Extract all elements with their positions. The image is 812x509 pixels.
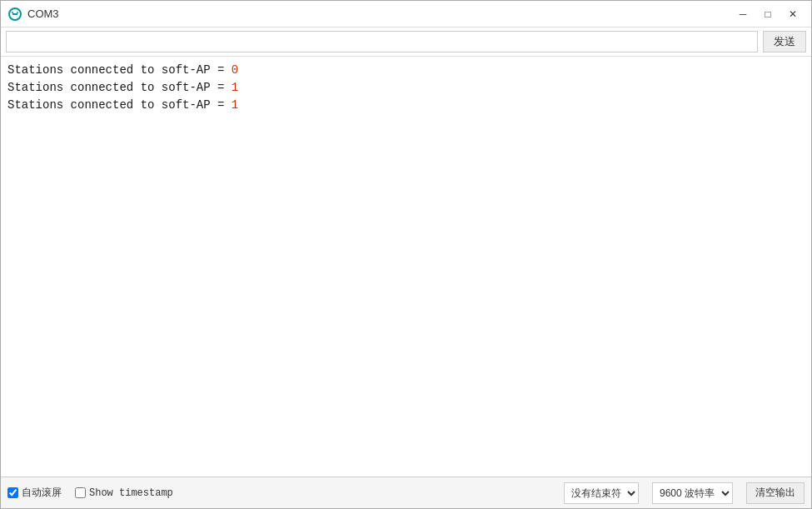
line-prefix: Stations connected to soft-AP = [7, 63, 232, 77]
send-button[interactable]: 发送 [763, 31, 806, 52]
console-line: Stations connected to soft-AP = 1 [7, 97, 805, 114]
serial-input[interactable] [6, 31, 758, 52]
timestamp-checkbox-label[interactable]: Show timestamp [75, 487, 173, 499]
clear-output-button[interactable]: 清空输出 [746, 482, 805, 504]
line-prefix: Stations connected to soft-AP = [7, 98, 232, 112]
arduino-serial-monitor: COM3 ─ □ ✕ 发送 Stations connected to soft… [0, 0, 812, 509]
app-icon [7, 7, 22, 22]
baud-rate-select[interactable]: 300 1200 2400 4800 9600 波特率 19200 38400 … [652, 482, 733, 504]
minimize-button[interactable]: ─ [731, 5, 755, 23]
line-value: 1 [232, 81, 238, 94]
line-prefix: Stations connected to soft-AP = [7, 81, 232, 94]
close-button[interactable]: ✕ [781, 5, 805, 23]
console-line: Stations connected to soft-AP = 0 [7, 62, 805, 79]
autoscroll-checkbox-label[interactable]: 自动滚屏 [7, 486, 62, 500]
title-bar: COM3 ─ □ ✕ [1, 1, 811, 27]
autoscroll-label: 自动滚屏 [22, 486, 62, 500]
line-value: 0 [232, 63, 238, 77]
maximize-button[interactable]: □ [756, 5, 780, 23]
status-bar: 自动滚屏 Show timestamp 没有结束符 换行符 回车符 回车和换行 … [1, 477, 811, 508]
window-controls: ─ □ ✕ [731, 5, 805, 23]
line-ending-select[interactable]: 没有结束符 换行符 回车符 回车和换行 [564, 482, 639, 504]
autoscroll-checkbox[interactable] [7, 487, 18, 498]
line-value: 1 [232, 98, 238, 112]
console-line: Stations connected to soft-AP = 1 [7, 79, 805, 97]
console-output: Stations connected to soft-AP = 0 Statio… [1, 57, 811, 477]
input-bar: 发送 [1, 27, 811, 57]
window-title: COM3 [27, 7, 731, 20]
timestamp-label: Show timestamp [89, 487, 173, 499]
timestamp-checkbox[interactable] [75, 487, 86, 498]
